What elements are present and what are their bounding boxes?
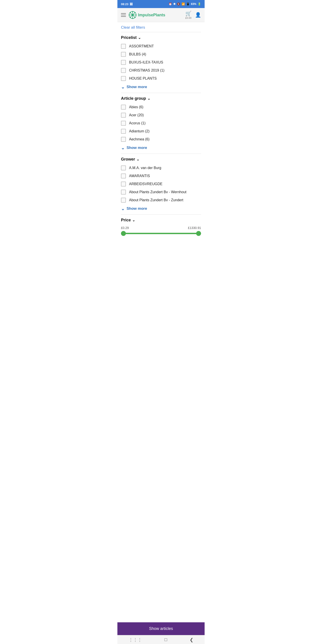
wifi-icon: 📶 <box>182 2 185 6</box>
price-range-track <box>121 233 201 234</box>
checkbox-buxus[interactable] <box>121 60 126 65</box>
show-more-chevron-2: ⌄ <box>121 145 125 150</box>
checkbox-about-plants-zundert[interactable] <box>121 198 126 202</box>
bluetooth-icon: ✱ <box>173 2 176 6</box>
signal-icon: 📱 <box>186 2 190 6</box>
range-thumb-min[interactable] <box>121 231 126 236</box>
checkbox-adiantum[interactable] <box>121 129 126 134</box>
svg-point-13 <box>130 17 131 18</box>
user-icon[interactable]: 👤 <box>195 12 201 18</box>
list-item: Acer (20) <box>121 111 201 119</box>
show-more-chevron: ⌄ <box>121 84 125 90</box>
price-max: £1330.91 <box>188 226 201 230</box>
label-arbeidsvreugde: ARBEIDSVREUGDE <box>129 182 162 186</box>
pricelist-show-more[interactable]: ⌄ Show more <box>121 82 201 93</box>
list-item: About Plants Zundert Bv - Wernhout <box>121 188 201 196</box>
price-title[interactable]: Price ⌄ <box>121 218 201 222</box>
price-range-labels: £0.29 £1330.91 <box>121 225 201 231</box>
range-fill <box>121 233 201 234</box>
header-right: 🛒 £0.00 👤 <box>185 11 201 19</box>
grower-title[interactable]: Grower ⌄ <box>121 157 201 162</box>
svg-point-7 <box>132 18 133 19</box>
clear-filters-link[interactable]: Clear all filters <box>121 22 201 32</box>
label-abies: Abies (6) <box>129 105 143 109</box>
price-min: £0.29 <box>121 226 129 230</box>
photo-icon: 🖼 <box>130 2 132 6</box>
label-acorus: Acorus (1) <box>129 121 146 125</box>
menu-button[interactable] <box>121 13 126 17</box>
grower-chevron: ⌄ <box>136 157 139 162</box>
checkbox-christmas[interactable] <box>121 68 126 73</box>
list-item: Adiantum (2) <box>121 127 201 135</box>
mute-icon: 🔇 <box>177 2 180 6</box>
list-item: HOUSE PLANTS <box>121 74 201 82</box>
article-group-chevron: ⌄ <box>147 96 150 100</box>
cart-icon: 🛒 <box>185 11 192 16</box>
list-item: Aechmea (6) <box>121 135 201 143</box>
checkbox-house-plants[interactable] <box>121 76 126 81</box>
label-acer: Acer (20) <box>129 113 144 117</box>
status-icons: ⏰ ✱ 🔇 📶 📱 83% 🔋 <box>168 2 201 6</box>
list-item: A.M.A. van der Burg <box>121 164 201 172</box>
svg-point-11 <box>134 17 136 18</box>
list-item: BULBS (4) <box>121 50 201 58</box>
checkbox-ama[interactable] <box>121 166 126 170</box>
article-group-section: Article group ⌄ Abies (6) Acer (20) Acor… <box>121 93 201 154</box>
article-group-show-more[interactable]: ⌄ Show more <box>121 143 201 154</box>
show-more-chevron-3: ⌄ <box>121 206 125 211</box>
article-group-title[interactable]: Article group ⌄ <box>121 96 201 101</box>
logo-part2: Plants <box>153 13 165 17</box>
checkbox-acer[interactable] <box>121 113 126 118</box>
header-left: ImpulsePlants <box>121 11 165 19</box>
grower-section: Grower ⌄ A.M.A. van der Burg AMARANTIS A… <box>121 154 201 214</box>
logo-icon <box>128 11 137 19</box>
grower-items: A.M.A. van der Burg AMARANTIS ARBEIDSVRE… <box>121 164 201 204</box>
price-section: Price ⌄ £0.29 £1330.91 <box>121 215 201 234</box>
list-item: BUXUS-ILEX-TAXUS <box>121 58 201 66</box>
checkbox-amarantis[interactable] <box>121 174 126 178</box>
checkbox-about-plants-wernhout[interactable] <box>121 190 126 194</box>
label-ama: A.M.A. van der Burg <box>129 166 161 170</box>
label-christmas: CHRISTMAS 2019 (1) <box>129 68 164 72</box>
label-about-plants-wernhout: About Plants Zundert Bv - Wernhout <box>129 190 186 194</box>
pricelist-section: Pricelist ⌄ ASSORTMENT BULBS (4) BUXUS-I… <box>121 32 201 93</box>
alarm-icon: ⏰ <box>168 2 172 6</box>
list-item: CHRISTMAS 2019 (1) <box>121 66 201 74</box>
checkbox-abies[interactable] <box>121 105 126 110</box>
range-thumb-max[interactable] <box>196 231 201 236</box>
pricelist-chevron: ⌄ <box>138 36 141 40</box>
app-header: ImpulsePlants 🛒 £0.00 👤 <box>118 8 204 22</box>
svg-point-12 <box>134 12 136 13</box>
label-house-plants: HOUSE PLANTS <box>129 76 157 80</box>
article-group-items: Abies (6) Acer (20) Acorus (1) Adiantum … <box>121 103 201 143</box>
svg-point-8 <box>129 14 130 16</box>
cart-button[interactable]: 🛒 £0.00 <box>185 11 192 19</box>
checkbox-aechmea[interactable] <box>121 137 126 142</box>
battery-display: 83% <box>191 2 196 6</box>
logo-text: ImpulsePlants <box>138 13 165 18</box>
svg-point-9 <box>136 14 137 16</box>
label-assortment: ASSORTMENT <box>129 44 154 48</box>
label-adiantum: Adiantum (2) <box>129 129 150 133</box>
grower-show-more[interactable]: ⌄ Show more <box>121 204 201 214</box>
list-item: ASSORTMENT <box>121 42 201 50</box>
list-item: Acorus (1) <box>121 119 201 127</box>
logo-part1: Impulse <box>138 13 153 17</box>
checkbox-acorus[interactable] <box>121 121 126 126</box>
pricelist-title[interactable]: Pricelist ⌄ <box>121 35 201 40</box>
checkbox-assortment[interactable] <box>121 44 126 49</box>
list-item: AMARANTIS <box>121 172 201 180</box>
label-buxus: BUXUS-ILEX-TAXUS <box>129 60 163 64</box>
list-item: ARBEIDSVREUGDE <box>121 180 201 188</box>
battery-icon: 🔋 <box>198 2 201 6</box>
cart-price: £0.00 <box>185 16 192 19</box>
list-item: Abies (6) <box>121 103 201 111</box>
pricelist-items: ASSORTMENT BULBS (4) BUXUS-ILEX-TAXUS CH… <box>121 42 201 82</box>
label-amarantis: AMARANTIS <box>129 174 150 178</box>
filter-content: Clear all filters Pricelist ⌄ ASSORTMENT… <box>118 22 204 254</box>
time-display: 08:23 <box>121 2 128 6</box>
checkbox-bulbs[interactable] <box>121 52 126 57</box>
price-chevron: ⌄ <box>132 218 135 222</box>
checkbox-arbeidsvreugde[interactable] <box>121 182 126 186</box>
svg-point-10 <box>130 12 131 13</box>
